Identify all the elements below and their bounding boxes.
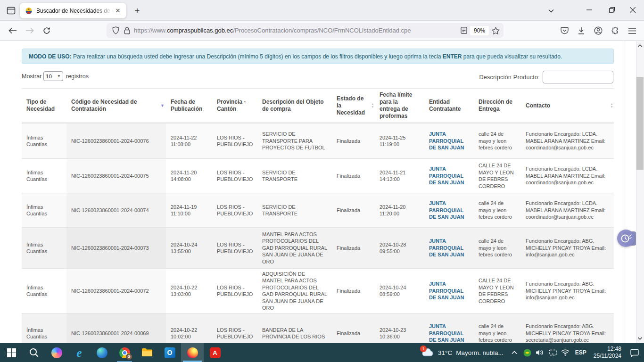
column-header-fecha_publicacion[interactable]: Fecha de Publicación <box>166 89 212 123</box>
entidad-link[interactable]: JUNTA PARROQUIAL DE SAN JUAN <box>429 238 469 258</box>
firefox-view-icon <box>7 6 16 15</box>
page-size-select[interactable]: 10▼ <box>43 71 63 81</box>
account-icon <box>594 26 603 35</box>
taskbar-clock[interactable]: 12:4825/11/2024 <box>590 346 625 360</box>
new-tab-button[interactable]: + <box>131 5 143 17</box>
browser-tab[interactable]: Buscador de Necesidades de Co ✕ <box>20 3 126 18</box>
column-header-provincia[interactable]: Provincia - Cantón <box>212 89 257 123</box>
tray-expand-button[interactable] <box>508 343 521 362</box>
cell-provincia: LOS RIOS - PUEBLOVIEJO <box>212 313 257 343</box>
entidad-link[interactable]: JUNTA PARROQUIAL DE SAN JUAN <box>429 323 469 343</box>
downloads-button[interactable] <box>574 24 588 38</box>
column-header-fecha_limite[interactable]: Fecha límite para la entrega de proforma… <box>375 89 424 123</box>
shield-icon <box>112 26 119 34</box>
url-bar[interactable]: https://www.compraspublicas.gob.ec/Proce… <box>107 23 504 38</box>
notifications-button[interactable] <box>625 343 644 362</box>
start-button[interactable] <box>0 343 23 362</box>
column-header-descripcion[interactable]: Descripción del Objeto de compra <box>257 89 332 123</box>
cell-text: LOS RIOS - PUEBLOVIEJO <box>217 284 253 298</box>
extensions-button[interactable] <box>608 24 622 38</box>
column-header-label: Código de Necesidad de Contratación <box>71 99 160 113</box>
taskbar-outlook[interactable]: O <box>158 343 181 362</box>
description-filter-input[interactable] <box>543 71 613 83</box>
cell-fecha_publicacion: 2024-11-22 11:08:00 <box>166 123 212 158</box>
chrome-icon: G <box>119 347 130 358</box>
extensions-icon <box>611 27 619 35</box>
time-tracker-widget[interactable] <box>617 230 637 247</box>
reader-mode-icon[interactable] <box>461 27 467 34</box>
cell-tipo: Ínfimas Cuantías <box>22 159 66 193</box>
zoom-indicator[interactable]: 90% <box>470 26 489 35</box>
cell-fecha_limite: 2024-11-25 11:19:00 <box>375 123 424 158</box>
column-header-direccion[interactable]: Dirección de Entrega <box>474 89 521 123</box>
bookmark-star-icon[interactable] <box>492 27 500 34</box>
cell-text: LOS RIOS - PUEBLOVIEJO <box>217 327 253 340</box>
column-header-label: Dirección de Entrega <box>479 99 515 113</box>
cell-contacto: Funcionario Encargado: LCDA. MABEL ARANA… <box>521 193 614 227</box>
window-restore-button[interactable] <box>604 3 620 17</box>
column-header-tipo[interactable]: Tipo de Necesidad <box>22 89 66 123</box>
scrollbar-thumb[interactable] <box>636 77 644 170</box>
column-header-estado[interactable]: Estado de la Necesidad▲▼ <box>332 89 375 123</box>
table-row: Ínfimas CuantíasNIC-1260023860001-2024-0… <box>22 158 614 193</box>
taskbar-copilot[interactable] <box>45 343 68 362</box>
reload-icon <box>43 27 50 34</box>
firefox-view-button[interactable] <box>4 4 17 16</box>
tab-title: Buscador de Necesidades de Co <box>36 8 113 14</box>
cell-text: SERVICIO DE TRANSPORTE PARA PROYECTOS DE… <box>262 131 327 151</box>
cell-text: NIC-1260023860001-2024-00072 <box>71 288 149 295</box>
clock-date: 25/11/2024 <box>594 353 621 360</box>
cell-estado: Finalizada <box>332 228 375 268</box>
antivirus-tray-icon[interactable] <box>521 343 534 362</box>
entidad-link[interactable]: JUNTA PARROQUIAL DE SAN JUAN <box>429 200 469 221</box>
window-close-button[interactable] <box>625 3 641 17</box>
taskbar-firefox[interactable] <box>181 343 204 362</box>
language-indicator[interactable]: ESP <box>572 349 590 356</box>
list-tabs-chevron-icon[interactable] <box>545 5 557 17</box>
cell-tipo: Ínfimas Cuantías <box>22 193 66 227</box>
scroll-up-icon[interactable] <box>636 42 644 49</box>
taskbar-acrobat[interactable]: A <box>204 343 226 362</box>
volume-icon[interactable] <box>534 343 546 362</box>
column-header-label: Tipo de Necesidad <box>26 99 61 113</box>
column-header-contacto[interactable]: Contacto▲▼ <box>521 89 614 123</box>
show-label: Mostrar <box>22 73 41 80</box>
cell-provincia: LOS RIOS - PUEBLOVIEJO <box>212 123 257 158</box>
chrome-profile-badge: G <box>126 354 132 360</box>
cell-text: Funcionario Encargado: LCDA. MABEL ARANA… <box>526 131 609 151</box>
scroll-down-icon[interactable] <box>636 335 644 342</box>
entidad-link[interactable]: JUNTA PARROQUIAL DE SAN JUAN <box>429 131 469 151</box>
tab-close-icon[interactable]: ✕ <box>113 6 123 16</box>
menu-button[interactable] <box>625 24 639 38</box>
column-header-label: Estado de la Necesidad <box>337 95 369 116</box>
back-button[interactable] <box>6 24 20 38</box>
search-icon <box>29 348 39 357</box>
cell-text: 2024-11-21 14:13:00 <box>380 169 420 183</box>
usage-note-banner: MODO DE USO: Para realizar una búsqueda … <box>22 49 614 64</box>
entidad-link[interactable]: JUNTA PARROQUIAL DE SAN JUAN <box>429 280 469 301</box>
cell-text: BANDERA DE LA PROVINCIA DE LOS RIOS <box>262 327 327 340</box>
taskbar-file-explorer[interactable] <box>136 343 158 362</box>
cell-descripcion: SERVICIO DE TRANSPORTE <box>257 193 332 227</box>
cell-descripcion: ADQUISICIÓN DE MANTEL PARA ACTOS PROTOCO… <box>257 269 332 313</box>
column-header-entidad[interactable]: Entidad Contratante <box>424 89 474 123</box>
reload-button[interactable] <box>40 24 54 38</box>
wifi-icon[interactable] <box>559 343 572 362</box>
account-button[interactable] <box>591 24 605 38</box>
display-cast-icon[interactable] <box>546 343 559 362</box>
taskbar-chrome[interactable]: G <box>113 343 136 362</box>
cell-text: 2024-10-22 13:03:00 <box>171 284 207 298</box>
sort-both-icon: ▲▼ <box>371 103 374 108</box>
taskbar-search-button[interactable] <box>23 343 45 362</box>
entidad-link[interactable]: JUNTA PARROQUIAL DE SAN JUAN <box>429 165 469 186</box>
window-minimize-button[interactable] <box>581 3 597 17</box>
forward-button[interactable] <box>23 24 37 38</box>
records-label: registros <box>66 73 89 80</box>
clock-time: 12:48 <box>594 346 621 353</box>
weather-widget[interactable]: 1 31°C Mayorm. nubla... <box>419 343 508 362</box>
weather-temp: 31°C <box>438 349 452 356</box>
column-header-codigo[interactable]: Código de Necesidad de Contratación▼ <box>66 89 166 123</box>
pocket-button[interactable] <box>557 24 571 38</box>
taskbar-internet-explorer[interactable]: e <box>68 343 91 362</box>
taskbar-edge[interactable] <box>91 343 113 362</box>
